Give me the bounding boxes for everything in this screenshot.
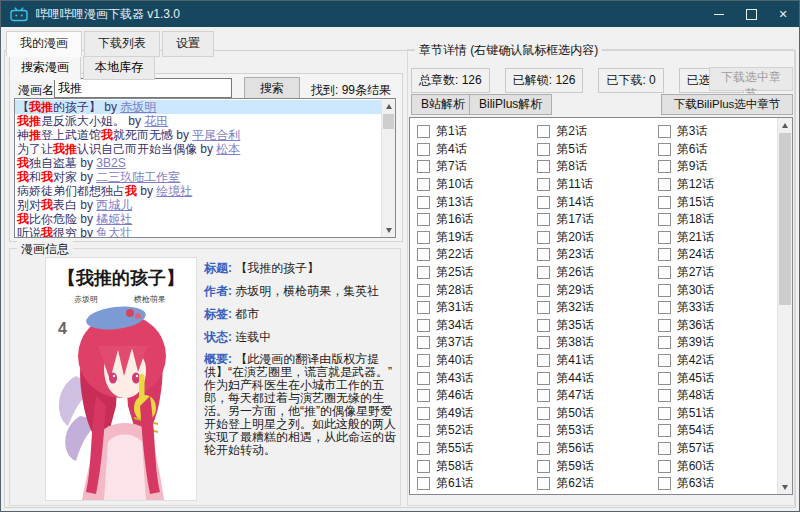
chapter-checkbox[interactable] (417, 178, 430, 191)
result-author-link[interactable]: 鱼大壮 (96, 226, 132, 238)
scroll-thumb[interactable] (779, 133, 791, 305)
chapter-item[interactable]: 第17话 (537, 211, 657, 229)
chapter-checkbox[interactable] (658, 389, 671, 402)
chapter-item[interactable]: 第63话 (658, 475, 778, 493)
chapter-item[interactable]: 第20话 (537, 229, 657, 247)
chapter-item[interactable]: 第19话 (417, 229, 537, 247)
chapter-checkbox[interactable] (537, 372, 550, 385)
chapter-checkbox[interactable] (658, 178, 671, 191)
chapter-item[interactable]: 第6话 (658, 141, 778, 159)
result-author-link[interactable]: 西城儿 (96, 198, 132, 212)
chapter-item[interactable]: 第26话 (537, 264, 657, 282)
chapter-list[interactable]: 第1话第2话第3话第4话第5话第6话第7话第8话第9话第10话第11话第12话第… (409, 117, 793, 495)
manga-name-input[interactable] (54, 78, 232, 98)
chapter-checkbox[interactable] (417, 336, 430, 349)
chapter-item[interactable]: 第51话 (658, 405, 778, 423)
tab-本地库存[interactable]: 本地库存 (83, 56, 155, 80)
chapter-item[interactable]: 第14话 (537, 193, 657, 211)
scroll-down-button[interactable] (778, 480, 792, 494)
bilibili-parse-button[interactable]: B站解析 (411, 94, 475, 115)
chapter-item[interactable]: 第23话 (537, 246, 657, 264)
tab-设置[interactable]: 设置 (162, 31, 214, 57)
chapter-item[interactable]: 第41话 (537, 352, 657, 370)
chapter-checkbox[interactable] (537, 477, 550, 490)
chapter-checkbox[interactable] (537, 336, 550, 349)
chapter-item[interactable]: 第21话 (658, 229, 778, 247)
chapter-checkbox[interactable] (658, 301, 671, 314)
chapter-checkbox[interactable] (417, 319, 430, 332)
result-author-link[interactable]: 绘境社 (156, 184, 192, 198)
chapter-item[interactable]: 第60话 (658, 457, 778, 475)
chapter-checkbox[interactable] (658, 336, 671, 349)
chapter-item[interactable]: 第54话 (658, 422, 778, 440)
chapter-checkbox[interactable] (417, 213, 430, 226)
chapter-item[interactable]: 第55话 (417, 440, 537, 458)
chapter-checkbox[interactable] (658, 213, 671, 226)
chapter-checkbox[interactable] (537, 301, 550, 314)
chapter-checkbox[interactable] (417, 231, 430, 244)
chapter-item[interactable]: 第2话 (537, 123, 657, 141)
search-result-item[interactable]: 我独自盗墓 by 3B2S (15, 156, 382, 170)
chapter-item[interactable]: 第30话 (658, 281, 778, 299)
chapter-checkbox[interactable] (417, 372, 430, 385)
chapter-item[interactable]: 第33话 (658, 299, 778, 317)
chapter-checkbox[interactable] (537, 319, 550, 332)
chapter-item[interactable]: 第18话 (658, 211, 778, 229)
result-author-link[interactable]: 花田 (144, 114, 168, 128)
chapter-checkbox[interactable] (658, 424, 671, 437)
chapter-checkbox[interactable] (537, 178, 550, 191)
chapter-item[interactable]: 第13话 (417, 193, 537, 211)
chapter-item[interactable]: 第4话 (417, 141, 537, 159)
scroll-thumb[interactable] (383, 114, 394, 129)
chapter-checkbox[interactable] (417, 196, 430, 209)
chapter-checkbox[interactable] (658, 460, 671, 473)
chapter-item[interactable]: 第40话 (417, 352, 537, 370)
chapter-checkbox[interactable] (537, 143, 550, 156)
result-author-link[interactable]: 赤坂明 (120, 100, 156, 114)
chapter-checkbox[interactable] (417, 266, 430, 279)
chapter-item[interactable]: 第31话 (417, 299, 537, 317)
chapter-checkbox[interactable] (417, 301, 430, 314)
chapter-checkbox[interactable] (417, 284, 430, 297)
chapter-item[interactable]: 第10话 (417, 176, 537, 194)
chapter-checkbox[interactable] (417, 354, 430, 367)
chapter-item[interactable]: 第43话 (417, 369, 537, 387)
chapter-item[interactable]: 第16话 (417, 211, 537, 229)
chapter-item[interactable]: 第7话 (417, 158, 537, 176)
chapter-checkbox[interactable] (658, 196, 671, 209)
chapter-checkbox[interactable] (417, 424, 430, 437)
chapter-checkbox[interactable] (537, 213, 550, 226)
chapter-checkbox[interactable] (537, 354, 550, 367)
chapter-item[interactable]: 第35话 (537, 317, 657, 335)
search-result-item[interactable]: 我推是反派大小姐。 by 花田 (15, 114, 382, 128)
chapter-item[interactable]: 第34话 (417, 317, 537, 335)
result-author-link[interactable]: 3B2S (96, 156, 125, 170)
tab-搜索漫画[interactable]: 搜索漫画 (9, 56, 81, 80)
chapter-checkbox[interactable] (658, 407, 671, 420)
chapter-checkbox[interactable] (417, 248, 430, 261)
chapter-checkbox[interactable] (537, 424, 550, 437)
chapter-checkbox[interactable] (537, 407, 550, 420)
chapter-checkbox[interactable] (537, 248, 550, 261)
chapter-item[interactable]: 第36话 (658, 317, 778, 335)
scroll-up-button[interactable] (382, 99, 395, 113)
chapter-item[interactable]: 第52话 (417, 422, 537, 440)
chapter-checkbox[interactable] (658, 319, 671, 332)
chapter-checkbox[interactable] (417, 460, 430, 473)
chapter-checkbox[interactable] (658, 266, 671, 279)
chapter-checkbox[interactable] (658, 372, 671, 385)
chapter-checkbox[interactable] (417, 477, 430, 490)
chapter-item[interactable]: 第42话 (658, 352, 778, 370)
chapter-item[interactable]: 第11话 (537, 176, 657, 194)
chapter-item[interactable]: 第57话 (658, 440, 778, 458)
result-author-link[interactable]: 松本 (216, 142, 240, 156)
biliplus-parse-button[interactable]: BiliPlus解析 (469, 94, 552, 115)
maximize-button[interactable] (735, 1, 767, 27)
search-result-item[interactable]: 【我推的孩子】 by 赤坂明 (15, 100, 382, 114)
chapter-checkbox[interactable] (658, 231, 671, 244)
chapter-item[interactable]: 第44话 (537, 369, 657, 387)
chapter-checkbox[interactable] (417, 143, 430, 156)
search-results-list[interactable]: 【我推的孩子】 by 赤坂明我推是反派大小姐。 by 花田神推登上武道馆我就死而… (14, 98, 396, 238)
chapter-item[interactable]: 第1话 (417, 123, 537, 141)
chapter-checkbox[interactable] (658, 442, 671, 455)
